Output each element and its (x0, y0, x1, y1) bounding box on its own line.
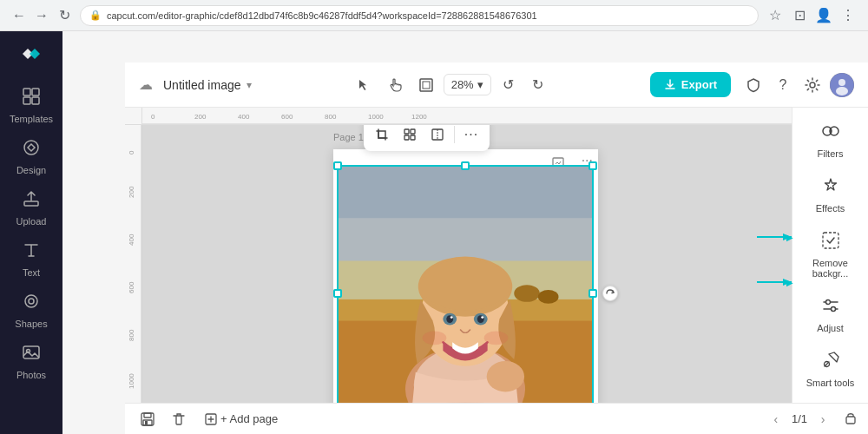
svg-point-44 (538, 290, 559, 304)
svg-point-12 (810, 82, 815, 88)
svg-point-68 (831, 307, 835, 312)
profile-icon[interactable]: 👤 (814, 6, 833, 25)
handle-top-right[interactable] (589, 161, 597, 170)
shapes-label: Shapes (15, 319, 47, 329)
flip-button[interactable] (424, 125, 450, 148)
svg-rect-31 (378, 131, 385, 138)
svg-point-59 (487, 361, 524, 392)
svg-point-55 (450, 316, 453, 319)
svg-point-15 (836, 87, 848, 95)
filters-panel-item[interactable]: Filters (796, 115, 865, 166)
selected-image-frame[interactable] (337, 165, 594, 403)
lock-icon: 🔒 (89, 10, 102, 21)
delete-button[interactable] (167, 407, 191, 431)
smart-tools-icon (821, 351, 840, 374)
templates-icon (22, 87, 41, 110)
svg-rect-33 (411, 129, 415, 134)
svg-point-58 (484, 331, 509, 345)
sidebar-item-design[interactable]: Design (2, 131, 61, 182)
help-icon[interactable]: ? (771, 73, 795, 97)
svg-point-67 (825, 300, 830, 305)
menu-icon[interactable]: ⋮ (838, 6, 858, 25)
sidebar-item-upload[interactable]: Upload (2, 182, 61, 233)
browser-actions: ☆ ⊡ 👤 ⋮ (766, 6, 858, 25)
reload-button[interactable]: ↻ (56, 7, 73, 24)
more-options-button[interactable]: ··· (458, 125, 484, 148)
add-page-button[interactable]: + Add page (198, 409, 285, 429)
bookmark-icon[interactable]: ☆ (766, 6, 785, 25)
cloud-save-icon: ☁ (139, 76, 153, 93)
page-info: 1/1 (792, 412, 807, 425)
toolbar-divider (454, 126, 455, 143)
prev-page-button[interactable]: ‹ (766, 409, 786, 430)
app-logo[interactable] (16, 38, 47, 69)
smart-tools-panel-item[interactable]: Smart tools (796, 344, 865, 395)
svg-point-4 (24, 141, 38, 155)
filters-icon (821, 122, 840, 145)
filters-label: Filters (818, 148, 844, 159)
frame-tool-button[interactable] (412, 71, 440, 99)
svg-text:1200: 1200 (411, 113, 427, 121)
smart-tools-label: Smart tools (806, 378, 855, 388)
handle-middle-right[interactable] (589, 289, 597, 298)
svg-point-14 (838, 79, 845, 86)
image-selection-toolbar: ··· (364, 125, 490, 151)
svg-text:800: 800 (128, 329, 135, 341)
export-button[interactable]: Export (650, 72, 731, 97)
lock-button[interactable] (844, 411, 858, 427)
shield-icon[interactable] (741, 73, 766, 97)
sidebar-item-shapes[interactable]: Shapes (2, 285, 61, 336)
svg-text:200: 200 (194, 113, 207, 121)
handle-top-left[interactable] (333, 161, 342, 170)
back-button[interactable]: ← (10, 7, 28, 24)
sidebar-item-photos[interactable]: Photos (2, 336, 61, 387)
title-dropdown-icon[interactable]: ▾ (247, 79, 252, 91)
grid-layout-button[interactable] (397, 125, 423, 148)
photos-icon (22, 343, 41, 366)
adjust-panel-item[interactable]: Adjust (796, 289, 865, 340)
select-tool-button[interactable] (350, 71, 378, 99)
svg-rect-3 (32, 97, 39, 104)
svg-rect-2 (23, 97, 30, 104)
upload-icon (22, 189, 41, 213)
address-bar[interactable]: 🔒 capcut.com/editor-graphic/cdef8d12dbd7… (80, 5, 759, 26)
sidebar-item-text[interactable]: Text (2, 233, 61, 285)
remove-bg-panel-item[interactable]: Remove backgr... (796, 224, 865, 286)
next-page-button[interactable]: › (812, 409, 833, 430)
zoom-chevron: ▾ (477, 78, 483, 91)
topbar-right-icons: ? (741, 73, 854, 97)
handle-top-center[interactable] (461, 161, 470, 170)
canvas-work-area[interactable]: Page 1 (142, 125, 868, 403)
svg-text:0: 0 (128, 150, 135, 155)
remove-bg-label: Remove backgr... (799, 258, 862, 279)
settings-icon[interactable] (800, 73, 825, 97)
upload-label: Upload (16, 216, 47, 227)
hand-tool-button[interactable] (381, 71, 409, 99)
svg-point-6 (25, 295, 37, 307)
svg-text:400: 400 (238, 113, 250, 121)
sidebar-item-templates[interactable]: Templates (2, 80, 61, 131)
svg-text:600: 600 (281, 113, 293, 121)
svg-rect-1 (32, 89, 39, 95)
user-avatar[interactable] (830, 73, 854, 97)
design-label: Design (16, 165, 46, 175)
svg-rect-32 (404, 129, 409, 134)
extensions-icon[interactable]: ⊡ (790, 6, 809, 25)
undo-button[interactable]: ↺ (495, 71, 523, 99)
save-to-library-button[interactable] (135, 407, 160, 431)
svg-text:0: 0 (151, 113, 155, 121)
photos-label: Photos (16, 370, 46, 380)
bottom-bar: + Add page ‹ 1/1 › (125, 403, 868, 434)
document-title: Untitled image ▾ (163, 78, 252, 92)
svg-marker-63 (783, 279, 792, 286)
handle-middle-left[interactable] (333, 289, 342, 298)
nav-buttons[interactable]: ← → ↻ (10, 7, 73, 24)
forward-button[interactable]: → (33, 7, 50, 24)
rotate-handle[interactable] (602, 286, 618, 301)
redo-button[interactable]: ↻ (524, 71, 552, 99)
crop-button[interactable] (369, 125, 395, 148)
sidebar: Templates Design Upload (0, 31, 62, 434)
effects-label: Effects (816, 203, 845, 214)
zoom-control[interactable]: 28% ▾ (444, 74, 491, 95)
effects-panel-item[interactable]: Effects (796, 169, 865, 220)
